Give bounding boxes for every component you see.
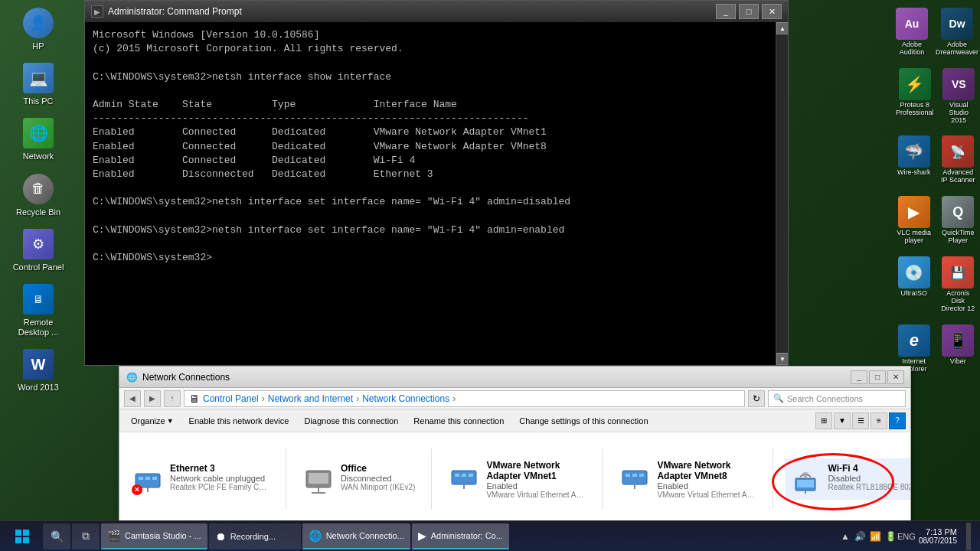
diagnose-button[interactable]: Diagnose this connection [297,412,405,430]
adapter-office-status: Disconnected [341,474,415,483]
svg-rect-16 [632,474,637,477]
cmd-window: ▶ Administrator: Command Prompt _ □ ✕ ▲ … [84,0,789,366]
cmd-scroll-down[interactable]: ▼ [776,353,788,365]
adapter-office[interactable]: Office Disconnected WAN Miniport (IKEv2) [298,458,420,500]
desktop-icon-recycle-bin[interactable]: 🗑 Recycle Bin [8,174,69,217]
net-close-button[interactable]: ✕ [887,370,904,384]
adapter-ethernet3[interactable]: ✕ Ethernet 3 Network cable unplugged Rea… [127,458,274,500]
desktop-icon-quicktime[interactable]: Q QuickTime Player [938,194,979,247]
desktop-icon-remote-desktop[interactable]: 🖥 Remote Desktop ... [8,284,69,337]
breadcrumb-network-connections[interactable]: Network Connections [362,393,449,404]
adapter-wifi4-info: Wi-Fi 4 Disabled Realtek RTL8188CE 802.1… [828,463,910,491]
net-title-left: 🌐 Network Connections [126,371,230,383]
address-path[interactable]: 🖥 Control Panel › Network and Internet ›… [184,390,745,407]
desktop-icon-visual-studio[interactable]: VS Visual Studio 2015 [939,66,978,127]
desktop-icon-acronis[interactable]: 💾 Acronis Disk Director 12 [938,254,979,315]
refresh-button[interactable]: ↻ [748,390,765,407]
start-button[interactable] [3,523,41,550]
svg-rect-2 [145,477,150,480]
net-title-text: Network Connections [142,372,230,383]
desktop-icon-hp[interactable]: 👤 HP [8,8,69,51]
tray-network-icon[interactable]: 📶 [870,530,882,543]
view-large-icons[interactable]: ⊞ [815,412,832,429]
cmd-maximize-button[interactable]: □ [739,4,759,19]
svg-rect-10 [455,474,459,477]
adapter-office-icon [302,463,335,495]
enable-device-button[interactable]: Enable this network device [182,412,296,430]
nav-up-button[interactable]: ↑ [164,390,181,407]
net-maximize-button[interactable]: □ [869,370,886,384]
help-button[interactable]: ? [889,412,906,429]
adapter-ethernet3-name: Ethernet 3 [170,463,270,474]
adapter-vmnet8-name: VMware Network Adapter VMnet8 [657,460,756,481]
adapter-vmnet8[interactable]: VMware Network Adapter VMnet8 Enabled VM… [614,455,761,504]
cmd-scroll-up[interactable]: ▲ [776,22,788,34]
desktop-icon-this-pc[interactable]: 💻 This PC [8,63,69,106]
cmd-close-button[interactable]: ✕ [762,4,782,19]
taskbar-app-camtasia[interactable]: 🎬 Camtasia Studio - ... [101,523,207,549]
desktop-icon-network[interactable]: 🌐 Network [8,118,69,161]
search-placeholder: Search Connections [787,394,863,403]
svg-rect-17 [639,474,644,477]
desktop-icon-control-panel[interactable]: ⚙ Control Panel [8,229,69,272]
adapter-ethernet3-icon: ✕ [132,463,164,495]
adapter-vmnet8-desc: VMware Virtual Ethernet Adapter ... [657,491,756,499]
organize-dropdown-icon: ▼ [167,417,174,425]
adapter-vmnet1-name: VMware Network Adapter VMnet1 [486,460,586,481]
tray-battery-icon[interactable]: 🔋 [885,530,897,543]
tray-volume-icon[interactable]: 🔊 [854,530,867,543]
breadcrumb-network-internet[interactable]: Network and Internet [268,393,353,404]
desktop-icon-dreamweaver[interactable]: Dw Adobe Dreamweaver [933,5,980,59]
ethernet3-disconnected-badge: ✕ [132,484,142,495]
breadcrumb-control-panel[interactable]: Control Panel [203,393,259,404]
desktop-icon-vlc[interactable]: ▶ VLC media player [893,194,935,247]
taskbar-task-view-button[interactable]: ⧉ [72,523,100,549]
taskbar: 🔍 ⧉ 🎬 Camtasia Studio - ... ⏺ Recording.… [0,520,980,551]
cmd-title-left: ▶ Administrator: Command Prompt [91,5,242,18]
desktop-icon-advanced-ip[interactable]: 📡 Advanced IP Scanner [938,133,979,187]
cmd-window-controls: _ □ ✕ [716,4,782,19]
adapter-vmnet8-status: Enabled [657,481,756,491]
tray-language-icon[interactable]: ENG [900,530,913,543]
camtasia-label: Camtasia Studio - ... [125,531,201,540]
cmd-scrollbar[interactable]: ▲ ▼ [776,22,788,365]
adapter-vmnet1[interactable]: VMware Network Adapter VMnet1 Enabled VM… [443,455,590,504]
desktop-icon-ultraiso[interactable]: 💿 UltraISO [893,254,935,315]
adapter-wifi4[interactable]: Wi-Fi 4 Disabled Realtek RTL8188CE 802.1… [785,458,910,500]
view-details[interactable]: ≡ [871,412,887,429]
organize-button[interactable]: Organize ▼ [124,412,181,430]
tray-clock[interactable]: 7:13 PM 08/07/2015 [916,527,960,545]
svg-rect-26 [23,537,29,543]
desktop-icon-wireshark[interactable]: 🦈 Wire-shark [893,133,935,187]
taskbar-app-network[interactable]: 🌐 Network Connectio... [302,523,410,549]
desktop-icon-adobe-audition[interactable]: Au Adobe Audition [893,5,930,59]
divider2 [431,448,432,510]
rename-button[interactable]: Rename this connection [407,412,511,430]
tray-expand-icon[interactable]: ▲ [839,530,851,543]
cmd-minimize-button[interactable]: _ [716,4,736,19]
taskbar-search-button[interactable]: 🔍 [43,523,70,549]
search-box[interactable]: 🔍 Search Connections [768,390,906,407]
view-list[interactable]: ☰ [852,412,869,429]
windows-logo-icon [15,529,30,544]
adapter-vmnet1-icon [448,460,480,492]
svg-rect-12 [469,474,473,477]
desktop-icon-proteus[interactable]: ⚡ Proteus 8 Professional [893,66,936,127]
nav-back-button[interactable]: ◀ [124,390,141,407]
view-dropdown[interactable]: ▼ [834,412,851,429]
svg-rect-24 [23,530,29,536]
svg-rect-23 [15,530,21,536]
net-addressbar: ◀ ▶ ↑ 🖥 Control Panel › Network and Inte… [119,388,910,409]
show-desktop-button[interactable] [966,523,971,550]
breadcrumb-sep1: › [262,393,265,404]
taskbar-app-recording[interactable]: ⏺ Recording... [209,523,301,549]
camtasia-icon: 🎬 [107,530,120,542]
desktop-icon-viber[interactable]: 📱 Viber [938,322,979,376]
change-settings-button[interactable]: Change settings of this connection [512,412,655,430]
desktop-icon-word[interactable]: W Word 2013 [8,349,69,393]
taskbar-app-cmd[interactable]: ▶ Administrator: Co... [412,523,509,549]
net-minimize-button[interactable]: _ [851,370,867,384]
search-icon: 🔍 [773,393,784,403]
divider4 [773,448,773,510]
nav-forward-button[interactable]: ▶ [144,390,161,407]
